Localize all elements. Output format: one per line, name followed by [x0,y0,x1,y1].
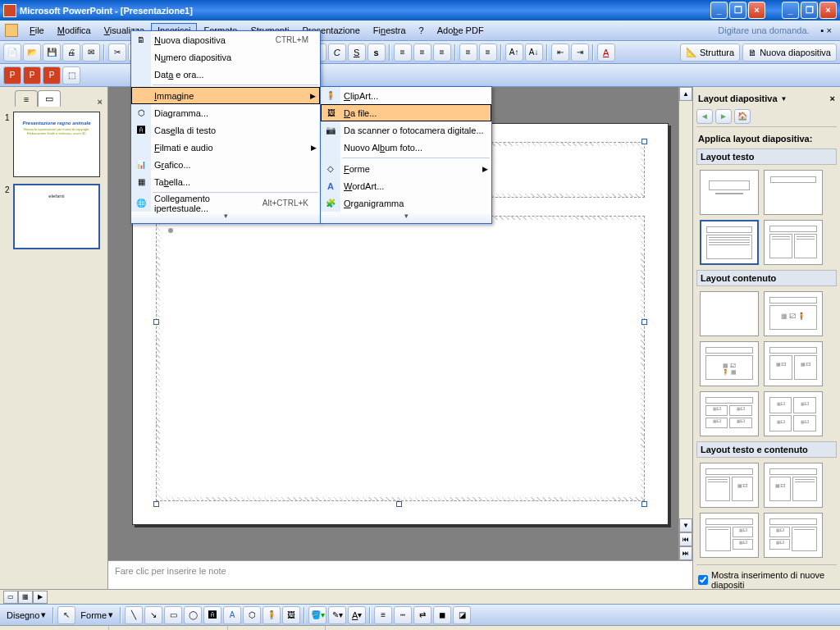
layout-content-four[interactable]: ▦🗠▦🗠▦🗠▦🗠 [700,391,759,436]
thumb-2[interactable]: 2 elefanti [5,184,103,249]
menu-grafico[interactable]: 📊 Grafico... [131,156,320,173]
scroll-up[interactable]: ▲ [679,87,692,101]
nav-forward[interactable]: ► [715,109,732,124]
shadow-style[interactable]: ◼ [433,606,451,624]
increase-font-button[interactable]: A↑ [505,43,523,62]
menu-file[interactable]: File [23,23,51,38]
new-slide-button[interactable]: 🗎 Nuova diapositiva [742,43,837,62]
print-button[interactable]: 🖨 [62,43,80,62]
decrease-indent-button[interactable]: ⇤ [551,43,569,62]
menu-immagine[interactable]: Immagine▶ [131,87,320,104]
align-center-button[interactable]: ≡ [413,43,431,62]
submenu-clipart[interactable]: 🧍 ClipArt... [321,87,491,104]
layout-blank[interactable] [700,291,759,336]
menu-tabella[interactable]: ▦ Tabella... [131,173,320,190]
handle[interactable] [641,501,647,507]
clipart-tool[interactable]: 🧍 [262,606,281,624]
layout-content2[interactable]: ▦ 🗠🧍 ▦ [700,341,759,386]
menu-data-ora[interactable]: Data e ora... [131,66,320,83]
handle[interactable] [641,319,647,325]
minimize-button[interactable]: _ [710,2,728,19]
layout-tc2[interactable]: ▦🗠 [764,463,823,508]
new-button[interactable]: 📄 [3,43,21,62]
pdf-btn3[interactable]: P [43,66,61,84]
select-tool[interactable]: ↖ [57,606,75,624]
menu-expand[interactable]: ▾ [131,212,320,223]
struttura-button[interactable]: 📐 Struttura [680,43,740,62]
close-button[interactable]: × [748,2,765,19]
shadow-button[interactable]: s [368,43,386,62]
vertical-scrollbar[interactable]: ▲ ▼ ⏮ ⏭ [678,87,692,560]
bullets-button[interactable]: ≡ [479,43,497,62]
line-tool[interactable]: ╲ [125,606,143,624]
textbox-tool[interactable]: 🅰 [203,606,221,624]
panel-close[interactable]: × [98,97,103,107]
outline-tab[interactable]: ≡ [15,90,38,107]
picture-tool[interactable]: 🖼 [282,606,300,624]
align-right-button[interactable]: ≡ [433,43,451,62]
taskpane-close[interactable]: × [830,94,835,103]
next-slide[interactable]: ⏭ [679,546,692,560]
taskpane-dropdown[interactable]: ▼ [781,95,788,103]
pdf-btn1[interactable]: P [3,66,21,84]
restore-button[interactable]: ❐ [729,2,746,19]
email-button[interactable]: ✉ [82,43,100,62]
show-on-insert-checkbox[interactable]: Mostra inserimento di nuove diapositi [696,564,837,591]
handle[interactable] [153,319,159,325]
layout-tc3[interactable]: ▦🗠▦🗠 [700,513,759,558]
arrow-tool[interactable]: ↘ [144,606,162,624]
oval-tool[interactable]: ◯ [184,606,202,624]
line-style[interactable]: ≡ [374,606,392,624]
menu-adobepdf[interactable]: Adobe PDF [431,23,491,38]
line-color[interactable]: ✎▾ [328,606,346,624]
diagram-tool[interactable]: ⬡ [243,606,261,624]
layout-content-two[interactable]: ▦🗠▦🗠 [764,341,823,386]
align-left-button[interactable]: ≡ [394,43,412,62]
handle[interactable] [641,139,647,144]
menu-casella-testo[interactable]: 🅰 Casella di testo [131,121,320,139]
scroll-down[interactable]: ▼ [679,518,692,532]
notes-pane[interactable]: Fare clic per inserire le note [108,560,692,589]
mdi-close-button[interactable]: × [819,2,837,19]
menu-finestra[interactable]: Finestra [367,23,413,38]
sorter-view[interactable]: ▦ [18,591,33,604]
menu-diagramma[interactable]: ⬡ Diagramma... [131,104,320,121]
forme-menu[interactable]: Forme ▾ [77,609,116,620]
arrow-style[interactable]: ⇄ [413,606,431,624]
layout-tc1[interactable]: ▦🗠 [700,463,759,508]
handle[interactable] [396,501,402,507]
dash-style[interactable]: ┉ [394,606,412,624]
menu-filmati-audio[interactable]: Filmati e audio▶ [131,139,320,156]
prev-slide[interactable]: ⏮ [679,532,692,546]
layout-title-only[interactable] [764,170,823,215]
numbering-button[interactable]: ≡ [459,43,477,62]
save-button[interactable]: 💾 [43,43,61,62]
font-color-button[interactable]: A [597,43,615,62]
cut-button[interactable]: ✂ [108,43,126,62]
pdf-btn2[interactable]: P [23,66,41,84]
handle[interactable] [153,501,159,507]
thumb-1[interactable]: 1 Presentazione regno animale Vietata la… [5,112,103,177]
submenu-expand[interactable]: ▾ [321,212,491,223]
3d-style[interactable]: ◪ [453,606,471,624]
submenu-album[interactable]: Nuovo Album foto... [321,139,491,156]
chk-input[interactable] [698,575,708,585]
slides-tab[interactable]: ▭ [38,90,61,107]
underline-button[interactable]: S [348,43,366,62]
layout-title[interactable] [700,170,759,215]
submenu-wordart[interactable]: A WordArt... [321,177,491,194]
rect-tool[interactable]: ▭ [164,606,182,624]
layout-tc4[interactable]: ▦🗠▦🗠 [764,513,823,558]
pdf-btn4[interactable]: ⬚ [62,66,80,84]
menu-collegamento[interactable]: 🌐 Collegamento ipertestuale... Alt+CTRL+… [131,194,320,212]
layout-content-four2[interactable]: ▦🗠▦🗠▦🗠▦🗠 [764,391,823,436]
layout-content[interactable]: ▦ 🗠 🧍 [764,291,823,336]
submenu-forme[interactable]: ◇ Forme▶ [321,160,491,177]
submenu-organigramma[interactable]: 🧩 Organigramma [321,194,491,212]
italic-button[interactable]: C [328,43,346,62]
menu-numero-diapositiva[interactable]: Numero diapositiva [131,48,320,66]
mdi-restore-button[interactable]: ❐ [801,2,818,19]
nav-home[interactable]: 🏠 [734,109,751,124]
nav-back[interactable]: ◄ [696,109,713,124]
open-button[interactable]: 📂 [23,43,41,62]
